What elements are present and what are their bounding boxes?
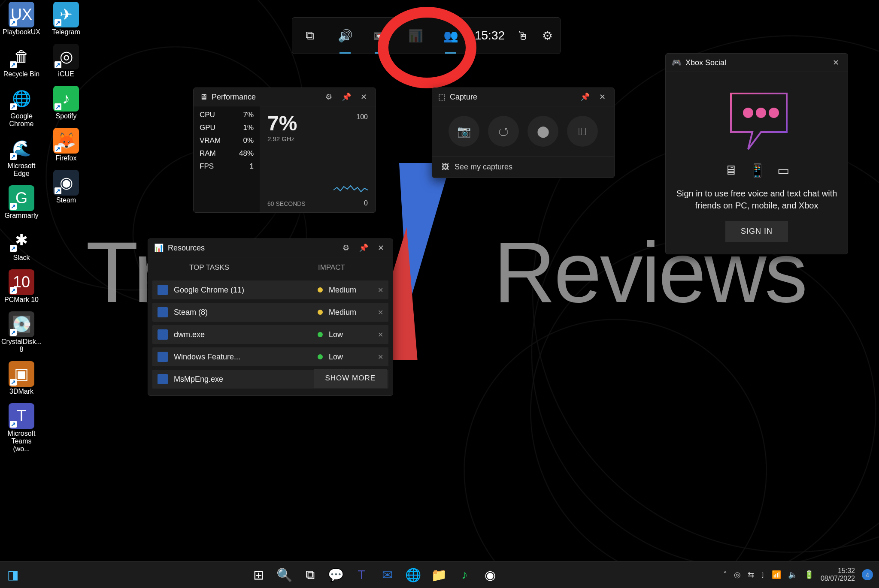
capture-widget: ⬚ Capture 📌 ✕ 📷 ⭯ ⬤ 🎙̸ 🖼 See my captures (432, 87, 615, 178)
tray-sync-icon[interactable]: ⇆ (748, 570, 754, 579)
tray-icue-icon[interactable]: ◎ (734, 570, 741, 579)
tray-time: 15:32 (821, 567, 855, 575)
resource-item[interactable]: dwm.exeLow✕ (152, 325, 388, 344)
pin-icon[interactable]: 📌 (578, 92, 592, 102)
gamebar-mouse-icon[interactable]: 🖱 (511, 18, 534, 54)
notification-badge[interactable]: 4 (862, 569, 873, 580)
gamebar-performance-button[interactable]: 📊 (398, 18, 433, 54)
resource-item[interactable]: Steam (8)Medium✕ (152, 303, 388, 322)
explorer-icon[interactable]: 📁 (427, 564, 450, 586)
record-last-button[interactable]: ⭯ (488, 116, 519, 147)
gamebar-settings-button[interactable]: ⚙ (534, 18, 560, 54)
perf-row: VRAM0% (200, 136, 254, 145)
close-icon[interactable]: ✕ (597, 92, 608, 102)
widgets-button[interactable]: ◨ (0, 568, 26, 582)
desktop-icon[interactable]: 10↗PCMark 10 (3, 269, 40, 304)
gamebar-audio-button[interactable]: 🔊 (327, 18, 363, 54)
close-icon[interactable]: ✕ (830, 58, 842, 67)
outlook-icon[interactable]: ✉ (376, 564, 398, 586)
gamebar-social-button[interactable]: 👥 (433, 18, 468, 54)
desktop-icon[interactable]: UX↗PlaybookUX (3, 2, 40, 36)
desktop-icon[interactable]: G↗Grammarly (3, 185, 40, 220)
desktop-icon[interactable]: ▣↗3DMark (3, 361, 40, 395)
monitor-icon: 🖥 (200, 93, 207, 102)
capture-title: Capture (450, 93, 477, 102)
pin-icon[interactable]: 📌 (356, 243, 371, 253)
xbox-icon: 🎮 (672, 58, 681, 67)
desktop-icon[interactable]: 🌊↗Microsoft Edge (3, 136, 40, 178)
sign-in-button[interactable]: SIGN IN (725, 221, 788, 242)
chrome-icon[interactable]: 🌐 (402, 564, 424, 586)
xbox-text: Sign in to use free voice and text chat … (676, 187, 837, 211)
desktop-icon[interactable]: ♪↗Spotify (47, 86, 85, 120)
spotify-icon[interactable]: ♪ (453, 564, 476, 586)
gamebar-widgets-button[interactable]: ⧉ (292, 18, 327, 54)
search-button[interactable]: 🔍 (273, 564, 295, 586)
options-icon[interactable]: ⚙ (323, 92, 335, 102)
x-label: 60 SECONDS (267, 200, 306, 207)
end-task-icon[interactable]: ✕ (378, 353, 383, 361)
show-more-button[interactable]: SHOW MORE (314, 369, 387, 388)
sparkline (333, 182, 368, 195)
pin-icon[interactable]: 📌 (339, 92, 354, 102)
end-task-icon[interactable]: ✕ (378, 308, 383, 317)
tray-date: 08/07/2022 (821, 575, 855, 582)
console-icon: ▭ (777, 163, 789, 178)
desktop-icon[interactable]: ✈↗Telegram (47, 2, 85, 36)
chat-button[interactable]: 💬 (324, 564, 347, 586)
system-tray[interactable]: ˄ ◎ ⇆ ⫿ 📶 🔈 🔋 15:3208/07/2022 4 (723, 567, 879, 582)
see-captures-link[interactable]: 🖼 See my captures (432, 156, 614, 178)
start-button[interactable]: ⊞ (247, 564, 270, 586)
resources-widget: 📊 Resources ⚙ 📌 ✕ TOP TASKS IMPACT Googl… (148, 238, 393, 396)
see-captures-label: See my captures (455, 163, 512, 172)
svg-point-1 (756, 108, 766, 118)
tray-volume-icon[interactable]: 🔈 (788, 570, 797, 579)
desktop-icon[interactable]: T↗Microsoft Teams (wo... (3, 403, 40, 453)
desktop-icon[interactable]: ✱↗Slack (3, 227, 40, 262)
desktop-icon[interactable]: 🌐↗Google Chrome (3, 86, 40, 128)
steam-icon[interactable]: ◉ (479, 564, 501, 586)
tray-chart-icon[interactable]: ⫿ (761, 570, 765, 579)
performance-ghz: 2.92 GHz (267, 135, 368, 142)
desktop-icons-col1: UX↗PlaybookUX🗑↗Recycle Bin🌐↗Google Chrom… (3, 2, 40, 453)
xbox-social-widget: 🎮 Xbox Social ✕ 🖥📱▭ Sign in to use free … (665, 53, 848, 254)
desktop-icon[interactable]: 🦊↗Firefox (47, 128, 85, 162)
close-icon[interactable]: ✕ (375, 243, 387, 253)
gamebar-capture-button[interactable]: 📼 (363, 18, 398, 54)
desktop-icons-col2: ✈↗Telegram◎↗iCUE♪↗Spotify🦊↗Firefox◉↗Stea… (47, 2, 85, 204)
resources-title: Resources (168, 244, 205, 253)
options-icon[interactable]: ⚙ (340, 243, 352, 253)
close-icon[interactable]: ✕ (358, 92, 370, 102)
desktop-icon[interactable]: ◉↗Steam (47, 170, 85, 204)
chart-icon: 📊 (154, 243, 164, 253)
tray-battery-icon[interactable]: 🔋 (804, 570, 814, 579)
perf-row: RAM48% (200, 149, 254, 158)
perf-row: GPU1% (200, 124, 254, 132)
chat-bubble-graphic (718, 85, 795, 154)
mic-mute-button[interactable]: 🎙̸ (567, 116, 598, 147)
tray-wifi-icon[interactable]: 📶 (772, 570, 781, 579)
desktop-icon[interactable]: 💽↗CrystalDisk... 8 (3, 311, 40, 353)
resource-item[interactable]: Windows Feature...Low✕ (152, 347, 388, 366)
resource-item[interactable]: Google Chrome (11)Medium✕ (152, 280, 388, 299)
taskbar: ◨ ⊞ 🔍 ⧉ 💬 T ✉ 🌐 📁 ♪ ◉ ˄ ◎ ⇆ ⫿ 📶 🔈 🔋 15:3… (0, 561, 879, 588)
performance-stats: CPU7%GPU1%VRAM0%RAM48%FPS1 (194, 106, 260, 212)
tray-chevron-icon[interactable]: ˄ (723, 570, 727, 579)
perf-row: CPU7% (200, 111, 254, 119)
desktop-icon[interactable]: 🗑↗Recycle Bin (3, 44, 40, 78)
tab-top-tasks[interactable]: TOP TASKS (148, 257, 270, 278)
gallery-icon: 🖼 (442, 163, 449, 172)
desktop-icon[interactable]: ◎↗iCUE (47, 44, 85, 78)
record-button[interactable]: ⬤ (527, 116, 558, 147)
taskview-button[interactable]: ⧉ (299, 564, 321, 586)
perf-row: FPS1 (200, 162, 254, 171)
end-task-icon[interactable]: ✕ (378, 286, 383, 294)
performance-big: 7% (267, 112, 368, 135)
end-task-icon[interactable]: ✕ (378, 331, 383, 339)
mobile-icon: 📱 (749, 163, 765, 178)
tab-impact[interactable]: IMPACT (270, 257, 393, 278)
device-icons: 🖥📱▭ (724, 163, 789, 178)
tray-clock[interactable]: 15:3208/07/2022 (821, 567, 855, 582)
screenshot-button[interactable]: 📷 (449, 116, 479, 147)
teams-icon[interactable]: T (350, 564, 373, 586)
